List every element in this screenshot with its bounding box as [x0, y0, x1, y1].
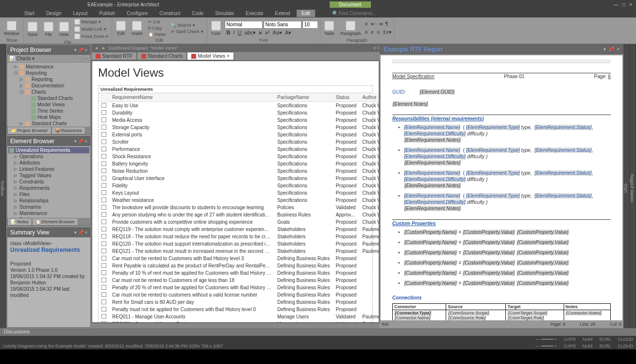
table-row[interactable]: DurabilitySpecificationsProposedChuck Wi…: [99, 109, 379, 116]
tree-item[interactable]: ▷Scenarios: [8, 204, 89, 210]
menu-design[interactable]: Design: [41, 10, 66, 17]
file-button[interactable]: File: [42, 21, 55, 38]
browser-combo[interactable]: Charts: [17, 56, 31, 61]
tree-item[interactable]: ▷Attributes: [8, 160, 89, 166]
tree-item[interactable]: Heat Maps: [8, 114, 89, 120]
table-row[interactable]: Car must not be rented to Customers with…: [99, 255, 379, 262]
doc-tab[interactable]: Standard RTF: [91, 52, 137, 60]
indent-button[interactable]: ⇥: [378, 21, 383, 27]
h-scrollbar[interactable]: [91, 323, 380, 328]
table-row[interactable]: REQ121 - The solution must result in inc…: [99, 248, 379, 255]
style-combo[interactable]: [225, 21, 263, 29]
color-button[interactable]: A▾: [285, 30, 291, 36]
spell-button[interactable]: ✔ Spell Check ▾: [169, 29, 205, 34]
table-row[interactable]: Penalty of 20 % of rent must be applied …: [99, 284, 379, 291]
table-row[interactable]: Shock ResistanceSpecificationsProposedCh…: [99, 153, 379, 160]
tree-item[interactable]: ▷Operations: [8, 153, 89, 160]
tree-item[interactable]: ▷Reporting: [8, 76, 89, 83]
tree-item[interactable]: ▷Relationships: [8, 198, 89, 204]
doc-tab[interactable]: Standard Charts: [137, 52, 187, 60]
paragraph-button[interactable]: Paragraph: [338, 20, 363, 37]
table-row[interactable]: Rent Payable is calculated as the produc…: [99, 262, 379, 269]
table-row[interactable]: Storage CapacitySpecificationsProposedCh…: [99, 124, 379, 131]
view-button[interactable]: View: [57, 21, 71, 38]
search-button[interactable]: 🔍 Search ▾: [169, 22, 205, 28]
tab-project-browser[interactable]: 📁 Project Browser: [7, 127, 51, 134]
menu-start[interactable]: Start: [19, 10, 39, 17]
italic-button[interactable]: I: [234, 30, 235, 36]
table-row[interactable]: Any person studying who is under the age…: [99, 211, 379, 218]
tree-item[interactable]: ▷Documentation: [8, 83, 89, 89]
project-browser-tree[interactable]: ▷Maintenance▢Reporting▷Reporting▷Documen…: [7, 63, 90, 127]
table-button[interactable]: Table: [322, 20, 337, 37]
table-row[interactable]: External portsSpecificationsProposedChuc…: [99, 131, 379, 138]
minimize-icon[interactable]: —: [614, 2, 619, 7]
table-row[interactable]: Penalty of 10 % of rent must be applied …: [99, 269, 379, 277]
paste-button[interactable]: 📋 Paste: [147, 32, 167, 37]
tab-element-browser[interactable]: 📋 Element Browser: [32, 218, 79, 226]
toolbox-tab[interactable]: Toolbox: [0, 44, 6, 328]
outdent-button[interactable]: ⇤: [371, 21, 375, 27]
table-row[interactable]: The bookstore will provide discounts to …: [99, 204, 379, 211]
tree-item[interactable]: Time Series: [8, 108, 89, 114]
table-row[interactable]: Battery longevitySpecificationsProposedC…: [99, 160, 379, 167]
edit-button[interactable]: Edit: [114, 20, 128, 37]
tab-resources[interactable]: 📦 Resources: [51, 127, 85, 134]
strike-button[interactable]: x̶: [259, 30, 262, 36]
super-button[interactable]: x²: [265, 30, 269, 36]
align-right-button[interactable]: ≡: [377, 29, 380, 35]
bold-button[interactable]: B: [227, 30, 231, 36]
menu-code[interactable]: Code: [187, 10, 208, 17]
table-row[interactable]: REQ023 - Store and Manage BooksManage In…: [99, 320, 379, 322]
window-button[interactable]: Window: [2, 20, 21, 37]
table-row[interactable]: REQ011 - Manage User AccountsManage User…: [99, 313, 379, 320]
table-row[interactable]: Car must not be rented to Customers of a…: [99, 277, 379, 284]
table-row[interactable]: Provide customers with a competitive onl…: [99, 218, 379, 226]
tree-item[interactable]: ▷Requirements: [8, 185, 89, 191]
menu-configure[interactable]: Configure: [122, 10, 152, 17]
font-button[interactable]: Font: [209, 20, 223, 37]
rtf-body[interactable]: Model Specification Phase 01 Page: 6 GUI…: [381, 55, 622, 320]
table-row[interactable]: REQ120 - The solution must support inter…: [99, 240, 379, 248]
tagged-values-tab[interactable]: Tagged Values: [630, 44, 636, 328]
table-row[interactable]: Rent for Small cars is 80 AUD per dayDef…: [99, 298, 379, 306]
manage-button[interactable]: Manage ▾: [73, 18, 110, 25]
underline-button[interactable]: U: [238, 30, 242, 36]
align-center-button[interactable]: ≡: [371, 29, 374, 35]
menu-edit[interactable]: Edit: [297, 10, 315, 17]
tree-item[interactable]: ▢Charts: [8, 89, 89, 95]
close-icon[interactable]: ×: [629, 2, 632, 7]
table-row[interactable]: Graphical User interfaceSpecificationsPr…: [99, 175, 379, 182]
maximize-icon[interactable]: □: [622, 2, 625, 7]
find-command[interactable]: Find Command...: [327, 10, 381, 17]
table-row[interactable]: Weather resistanceSpecificationsProposed…: [99, 197, 379, 204]
nav-up-icon[interactable]: ↑: [76, 56, 78, 61]
table-row[interactable]: REQ118 - The solution must reduce the ne…: [99, 233, 379, 240]
doc-tab[interactable]: Model Views ×: [187, 52, 234, 60]
tree-item[interactable]: ▷Constraints: [8, 179, 89, 185]
close-panel-icon[interactable]: ×: [85, 48, 87, 52]
menu-simulate[interactable]: Simulate: [210, 10, 239, 17]
sub-button[interactable]: abc▾: [245, 30, 256, 36]
tree-item[interactable]: Standard Charts: [8, 95, 89, 101]
bullets-button[interactable]: ≡: [365, 21, 368, 27]
tree-item[interactable]: ▢Reporting: [8, 70, 89, 76]
table-row[interactable]: Noise ReductionSpecificationsProposedChu…: [99, 167, 379, 175]
table-row[interactable]: Easy to UseSpecificationsProposedChuck W…: [99, 102, 379, 110]
context-tab-document[interactable]: Document: [330, 1, 371, 8]
table-row[interactable]: Car must not be rented to customers with…: [99, 291, 379, 298]
tab-notes[interactable]: 📝 Notes: [7, 218, 32, 226]
tree-item[interactable]: ▷Maintenance: [8, 64, 89, 70]
table-row[interactable]: Media AccessSpecificationsProposedChuck …: [99, 116, 379, 124]
table-row[interactable]: FidelitySpecificationsProposedChuck Wils…: [99, 182, 379, 189]
menu-construct[interactable]: Construct: [154, 10, 185, 17]
table-row[interactable]: REQ119 - The solution must comply with e…: [99, 226, 379, 233]
table-row[interactable]: PerformanceSpecificationsProposedChuck W…: [99, 146, 379, 153]
table-row[interactable]: ScrollerSpecificationsProposedChuck Wils…: [99, 138, 379, 146]
unpin-icon[interactable]: 📌: [78, 48, 84, 52]
case-button[interactable]: Aa▾: [273, 30, 282, 36]
tree-item[interactable]: ▷Tagged Values: [8, 172, 89, 179]
menu-extend[interactable]: Extend: [270, 10, 295, 17]
pin-icon[interactable]: ▾: [74, 48, 77, 52]
model-link-button[interactable]: Model Link ▾: [73, 26, 110, 33]
